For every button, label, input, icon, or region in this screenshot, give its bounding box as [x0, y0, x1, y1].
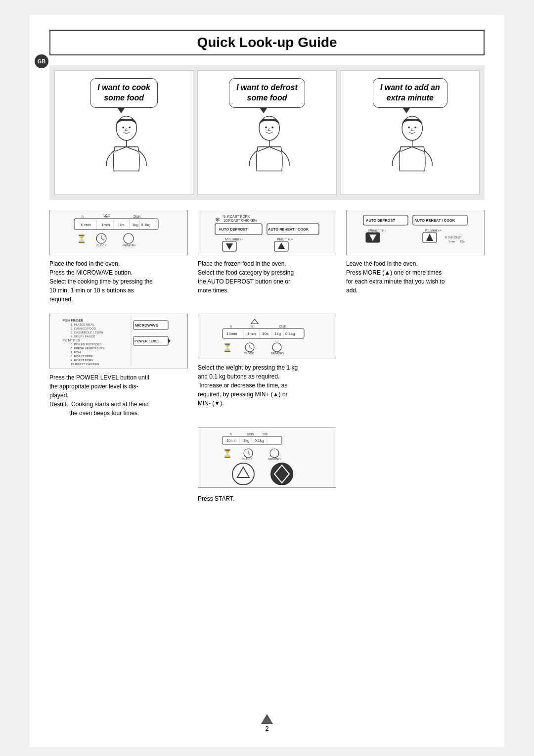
illus-cook: I want to cook some food [54, 70, 193, 195]
defrost-panel2-svg: h min Dish 10min 1min 10s 1kg 0.1kg ⏳ [213, 317, 321, 356]
svg-marker-82 [168, 338, 171, 343]
svg-text:1min: 1min [448, 240, 455, 243]
svg-line-10 [258, 146, 269, 151]
svg-text:AUTO REHEAT / COOK: AUTO REHEAT / COOK [268, 227, 309, 232]
svg-point-37 [124, 234, 134, 243]
svg-marker-124 [237, 467, 249, 477]
person-cook [94, 115, 154, 189]
person-defrost [237, 115, 297, 189]
page: GB Quick Look-up Guide I want to cook so… [30, 15, 504, 747]
svg-text:FISH FINGER: FISH FINGER [63, 319, 83, 322]
svg-text:MEMORY: MEMORY [271, 352, 284, 355]
svg-text:CLOCK: CLOCK [96, 244, 107, 247]
svg-point-14 [408, 126, 410, 128]
svg-line-11 [269, 146, 281, 151]
svg-text:Minus/min -: Minus/min - [225, 237, 243, 241]
svg-text:AUTO REHEAT / COOK: AUTO REHEAT / COOK [414, 218, 455, 223]
svg-text:CLOCK: CLOCK [244, 352, 254, 355]
result-label: Result: [49, 401, 68, 408]
svg-line-117 [248, 453, 250, 455]
svg-text:MEMORY: MEMORY [123, 244, 136, 247]
svg-text:⏳: ⏳ [77, 234, 87, 243]
svg-text:h: h [82, 215, 84, 218]
page-title: Quick Look-up Guide [65, 35, 469, 50]
steps-row-2: FISH FINGER 1. PLATED MEAL 2. CANNED FOO… [49, 314, 485, 418]
defrost-panel3: h 1min 10s 10min 1kg 0.1kg ⏳ [198, 427, 336, 488]
svg-text:h: h [230, 325, 232, 328]
svg-text:Dish: Dish [279, 325, 286, 328]
svg-text:POTATOES: POTATOES [63, 338, 80, 342]
svg-text:4. SOUP / SAUCE: 4. SOUP / SAUCE [71, 335, 95, 338]
svg-text:1kg: 1kg [274, 331, 281, 336]
svg-text:5. BOILED POTATOES: 5. BOILED POTATOES [71, 343, 101, 346]
cook-panel2-svg: FISH FINGER 1. PLATED MEAL 2. CANNED FOO… [62, 317, 176, 366]
svg-point-102 [272, 343, 281, 352]
svg-text:0.1kg: 0.1kg [285, 331, 295, 336]
svg-text:3. CASSEROLE / STEW: 3. CASSEROLE / STEW [71, 331, 103, 334]
svg-text:1kg: 1kg [243, 438, 249, 443]
svg-text:AUTO DEFROST: AUTO DEFROST [219, 227, 248, 232]
cook-text2: Press the POWER LEVEL button until the a… [49, 373, 188, 418]
cook-panel1-svg: h min Dish 10min 1min 10s 1kg 0.1kg [64, 213, 173, 252]
svg-text:10s: 10s [118, 223, 124, 227]
cook-step1: h min Dish 10min 1min 10s 1kg 0.1kg [49, 210, 188, 304]
bottom-row: h 1min 10s 10min 1kg 0.1kg ⏳ [49, 427, 485, 503]
svg-text:10s: 10s [262, 432, 268, 436]
svg-text:0.1kg: 0.1kg [141, 223, 151, 227]
defrost-panel1-svg: ❄ 9. ROAST PORK 10.ROAST CHICKEN AUTO DE… [213, 213, 321, 252]
svg-point-15 [415, 126, 417, 128]
svg-text:10min: 10min [226, 331, 237, 336]
svg-text:9. ROAST PORK: 9. ROAST PORK [71, 359, 93, 362]
defrost-text1: Place the frozen food in the oven. Selec… [198, 259, 294, 295]
svg-text:⏳: ⏳ [222, 449, 232, 458]
svg-line-16 [401, 146, 412, 151]
svg-text:2. CANNED FOOD: 2. CANNED FOOD [71, 327, 96, 330]
cook-panel1: h min Dish 10min 1min 10s 1kg 0.1kg [49, 210, 188, 255]
svg-text:h: h [230, 432, 232, 436]
person-extra [380, 115, 440, 189]
defrost-step1: ❄ 9. ROAST PORK 10.ROAST CHICKEN AUTO DE… [198, 210, 336, 295]
svg-text:Plus/min +: Plus/min + [277, 237, 293, 241]
svg-text:MICROWAVE: MICROWAVE [135, 323, 158, 328]
svg-text:10min: 10min [226, 438, 236, 443]
extra-panel1-svg: AUTO DEFROST AUTO REHEAT / COOK Minus/mi… [361, 213, 470, 252]
svg-point-119 [270, 449, 279, 458]
svg-text:10.ROAST CHICKEN: 10.ROAST CHICKEN [223, 219, 257, 222]
svg-text:1kg: 1kg [132, 223, 138, 227]
svg-text:10s: 10s [262, 331, 268, 336]
svg-marker-83 [251, 319, 258, 324]
press-start-text: Press START. [198, 494, 234, 503]
svg-line-100 [250, 347, 252, 349]
svg-line-5 [126, 146, 137, 151]
title-box: Quick Look-up Guide [49, 30, 485, 55]
svg-text:0.1kg: 0.1kg [255, 438, 264, 443]
svg-text:1min: 1min [246, 432, 254, 436]
svg-text:h    min    Dish: h min Dish [445, 236, 461, 239]
svg-text:Plus/min +: Plus/min + [425, 229, 442, 232]
svg-text:6. FRESH VEGETABLES: 6. FRESH VEGETABLES [71, 347, 104, 350]
cook-panel2: FISH FINGER 1. PLATED MEAL 2. CANNED FOO… [49, 314, 188, 369]
cook-text1: Place the food in the oven. Press the MI… [49, 259, 188, 304]
svg-point-9 [271, 126, 273, 128]
bubble-cook: I want to cook some food [90, 78, 158, 108]
cook-step2: FISH FINGER 1. PLATED MEAL 2. CANNED FOO… [49, 314, 188, 418]
svg-line-17 [412, 146, 424, 151]
extra-text1: Leave the food in the oven. Press MORE (… [346, 259, 485, 295]
defrost-panel3-svg: h 1min 10s 10min 1kg 0.1kg ⏳ [213, 430, 321, 485]
illus-extra: I want to add an extra minute [341, 70, 480, 195]
defrost-panel2: h min Dish 10min 1min 10s 1kg 0.1kg ⏳ [198, 314, 336, 359]
svg-text:Minus/min -: Minus/min - [368, 229, 387, 232]
svg-text:9. ROAST PORK: 9. ROAST PORK [223, 215, 250, 218]
svg-line-4 [115, 146, 126, 151]
extra-step1: AUTO DEFROST AUTO REHEAT / COOK Minus/mi… [346, 210, 485, 295]
page-triangle-icon [261, 714, 273, 724]
defrost-text2: Select the weight by pressing the 1 kg a… [198, 363, 298, 408]
defrost-step3: h 1min 10s 10min 1kg 0.1kg ⏳ [198, 427, 336, 503]
defrost-panel1: ❄ 9. ROAST PORK 10.ROAST CHICKEN AUTO DE… [198, 210, 336, 255]
svg-text:10min: 10min [80, 223, 91, 227]
svg-text:POWER LEVEL: POWER LEVEL [134, 339, 160, 343]
svg-text:1min: 1min [101, 223, 110, 227]
svg-text:1. PLATED MEAL: 1. PLATED MEAL [71, 323, 94, 326]
svg-text:min: min [250, 325, 255, 328]
svg-point-2 [122, 126, 124, 128]
